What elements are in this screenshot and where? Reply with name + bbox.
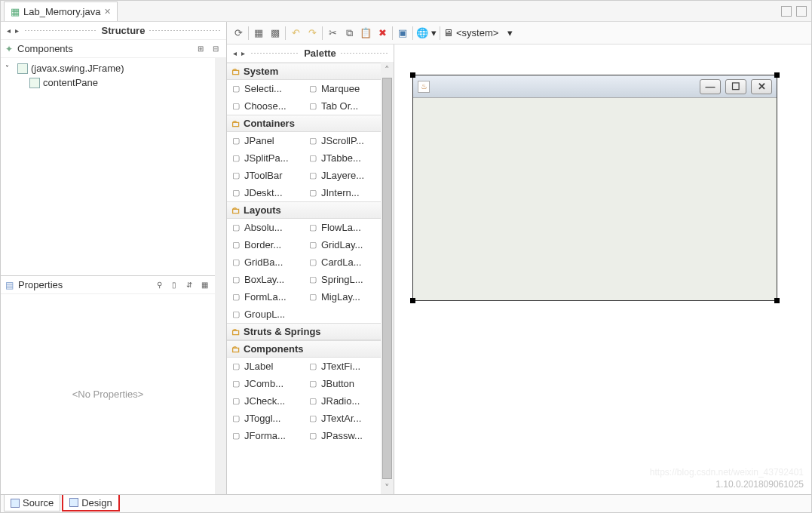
resize-handle[interactable] bbox=[410, 298, 415, 303]
palette-item[interactable]: ▢GridBa... bbox=[227, 253, 304, 271]
components-tree: ˅ (javax.swing.JFrame) contentPane bbox=[1, 58, 215, 275]
palette-item[interactable]: ▢JDeskt... bbox=[227, 184, 304, 201]
palette-category[interactable]: 🗀Layouts bbox=[227, 201, 381, 219]
scroll-down-icon[interactable]: ˅ bbox=[381, 481, 394, 494]
prop-btn2-icon[interactable]: ▯ bbox=[168, 279, 180, 291]
palette-category[interactable]: 🗀Struts & Springs bbox=[227, 323, 381, 340]
palette-item[interactable]: ▢JPassw... bbox=[304, 427, 381, 444]
prop-btn1-icon[interactable]: ⚲ bbox=[153, 279, 165, 291]
tab-source[interactable]: Source bbox=[4, 495, 60, 511]
resize-handle[interactable] bbox=[774, 298, 780, 303]
palette-item[interactable]: ▢JLabel bbox=[227, 358, 304, 375]
system-dropdown[interactable]: 🖥 <system> ▾ bbox=[443, 27, 513, 38]
palette-item[interactable]: ▢JSplitPa... bbox=[227, 149, 304, 167]
palette-item[interactable]: ▢JIntern... bbox=[304, 184, 381, 201]
maximize-icon[interactable] bbox=[796, 6, 807, 17]
scroll-thumb[interactable] bbox=[382, 78, 392, 479]
cut-icon[interactable]: ✂ bbox=[326, 26, 339, 40]
palette-item[interactable]: ▢JLayere... bbox=[304, 167, 381, 184]
palette-item[interactable]: ▢BoxLay... bbox=[227, 271, 304, 288]
palette-item[interactable]: ▢Choose... bbox=[227, 97, 304, 115]
palette-item[interactable]: ▢JButton bbox=[304, 375, 381, 392]
preview-icon[interactable]: ▣ bbox=[396, 26, 409, 40]
grid1-icon[interactable]: ▦ bbox=[252, 26, 265, 40]
palette-item[interactable]: ▢JToggl... bbox=[227, 410, 304, 427]
resize-handle[interactable] bbox=[774, 72, 780, 78]
close-icon[interactable]: ✕ bbox=[104, 7, 111, 17]
palette-title: Palette bbox=[304, 48, 336, 59]
refresh-icon[interactable]: ⟳ bbox=[231, 26, 245, 40]
component-icon: ▢ bbox=[231, 101, 241, 112]
palette-item[interactable]: ▢FormLa... bbox=[227, 288, 304, 306]
palette-item[interactable]: ▢FlowLa... bbox=[304, 219, 381, 236]
components-icon: ✦ bbox=[5, 44, 13, 54]
prop-btn4-icon[interactable]: ▦ bbox=[198, 279, 210, 291]
structure-header: ◂ ▸ Structure bbox=[1, 22, 226, 40]
component-icon: ▢ bbox=[231, 396, 241, 407]
palette-item[interactable]: ▢JToolBar bbox=[227, 167, 304, 184]
palette-item[interactable]: ▢Tab Or... bbox=[304, 97, 381, 115]
palette-item[interactable]: ▢JTextFi... bbox=[304, 358, 381, 375]
palette-item[interactable]: ▢JComb... bbox=[227, 375, 304, 392]
palette-item[interactable]: ▢JTabbe... bbox=[304, 149, 381, 167]
component-icon: ▢ bbox=[308, 431, 318, 441]
properties-title: Properties bbox=[18, 279, 150, 290]
palette-item[interactable]: ▢JCheck... bbox=[227, 392, 304, 410]
component-icon: ▢ bbox=[231, 136, 241, 146]
left-scrollbar[interactable] bbox=[215, 58, 226, 494]
scroll-up-icon[interactable]: ˄ bbox=[381, 63, 394, 76]
expand-all-icon[interactable]: ⊞ bbox=[195, 43, 207, 55]
frame-icon bbox=[17, 63, 28, 74]
palette-item[interactable]: ▢SpringL... bbox=[304, 271, 381, 288]
editor-tab[interactable]: ▦ Lab_Memory.java ✕ bbox=[4, 2, 118, 21]
component-icon: ▢ bbox=[308, 379, 318, 389]
palette-item[interactable]: ▢JPanel bbox=[227, 132, 304, 149]
palette-item[interactable]: ▢JScrollP... bbox=[304, 132, 381, 149]
palette-category[interactable]: 🗀System bbox=[227, 63, 381, 80]
minimize-icon[interactable] bbox=[781, 6, 792, 17]
palette-item[interactable]: ▢Selecti... bbox=[227, 80, 304, 97]
palette-scrollbar[interactable]: ˄ ˅ bbox=[381, 63, 394, 494]
copy-icon[interactable]: ⧉ bbox=[342, 26, 356, 40]
palette-item[interactable]: ▢MigLay... bbox=[304, 288, 381, 306]
version-label: 1.10.0.201809061025 bbox=[715, 479, 804, 490]
frame-minimize-button[interactable]: — bbox=[700, 79, 721, 94]
nav-fwd-icon[interactable]: ▸ bbox=[14, 26, 20, 35]
nav-back-icon[interactable]: ◂ bbox=[5, 26, 12, 35]
palette-item[interactable]: ▢JForma... bbox=[227, 427, 304, 444]
paste-icon[interactable]: 📋 bbox=[359, 26, 372, 40]
collapse-all-icon[interactable]: ⊟ bbox=[210, 43, 222, 55]
delete-icon[interactable]: ✖ bbox=[375, 26, 389, 40]
properties-icon: ▤ bbox=[5, 280, 14, 290]
undo-icon[interactable]: ↶ bbox=[289, 26, 302, 40]
watermark-text: https://blog.csdn.net/weixin_43792401 bbox=[650, 467, 804, 478]
palette-item[interactable]: ▢GroupL... bbox=[227, 306, 304, 323]
frame-close-button[interactable]: ✕ bbox=[751, 79, 772, 94]
component-icon: ▢ bbox=[308, 292, 318, 303]
tree-root[interactable]: ˅ (javax.swing.JFrame) bbox=[5, 61, 210, 75]
redo-icon[interactable]: ↷ bbox=[305, 26, 319, 40]
content-pane[interactable] bbox=[413, 98, 777, 300]
palette-item[interactable]: ▢JRadio... bbox=[304, 392, 381, 410]
palette-item[interactable]: ▢Absolu... bbox=[227, 219, 304, 236]
grid2-icon[interactable]: ▩ bbox=[268, 26, 282, 40]
palette-item[interactable]: ▢CardLa... bbox=[304, 253, 381, 271]
frame-maximize-button[interactable]: ☐ bbox=[725, 79, 746, 94]
globe-dropdown[interactable]: 🌐 ▾ bbox=[416, 27, 437, 38]
palette-item[interactable]: ▢JTextAr... bbox=[304, 410, 381, 427]
twisty-icon[interactable]: ˅ bbox=[5, 64, 14, 72]
palette-item[interactable]: ▢Marquee bbox=[304, 80, 381, 97]
resize-handle[interactable] bbox=[410, 72, 415, 78]
jframe-preview[interactable]: ♨ — ☐ ✕ bbox=[412, 75, 777, 301]
globe-icon: 🌐 bbox=[416, 27, 428, 38]
palette-item[interactable]: ▢Border... bbox=[227, 236, 304, 253]
palette-category[interactable]: 🗀Components bbox=[227, 340, 381, 358]
tab-design[interactable]: Design bbox=[62, 495, 119, 511]
palette-category[interactable]: 🗀Containers bbox=[227, 115, 381, 132]
nav-fwd-icon[interactable]: ▸ bbox=[240, 49, 247, 57]
nav-back-icon[interactable]: ◂ bbox=[231, 49, 238, 57]
structure-title: Structure bbox=[102, 25, 146, 36]
palette-item[interactable]: ▢GridLay... bbox=[304, 236, 381, 253]
prop-btn3-icon[interactable]: ⇵ bbox=[183, 279, 195, 291]
tree-child[interactable]: contentPane bbox=[5, 75, 210, 90]
